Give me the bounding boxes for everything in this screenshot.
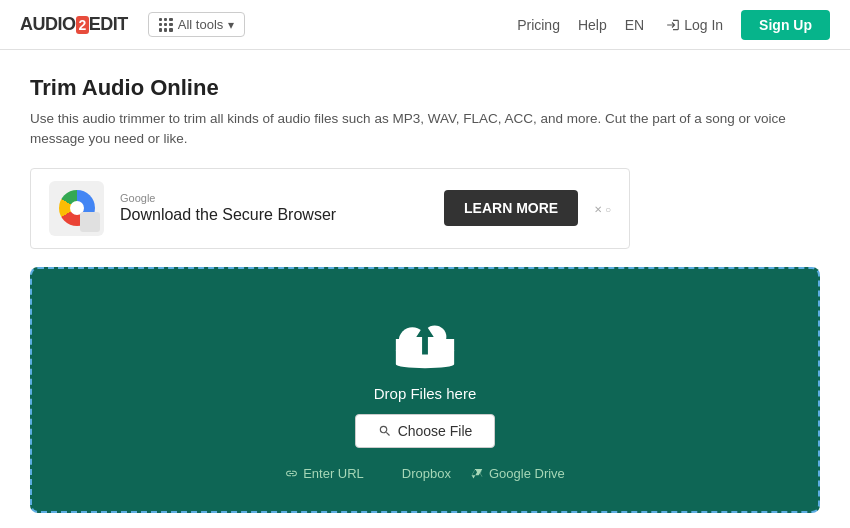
dropbox-icon (384, 467, 397, 480)
grid-icon (159, 18, 173, 32)
login-icon (666, 18, 680, 32)
pricing-link[interactable]: Pricing (517, 17, 560, 33)
ad-source: Google (120, 192, 428, 204)
language-selector[interactable]: EN (625, 17, 648, 33)
page-title: Trim Audio Online (30, 75, 820, 101)
google-drive-link[interactable]: Google Drive (471, 466, 565, 481)
cloud-upload-icon (391, 309, 459, 369)
all-tools-label: All tools (178, 17, 224, 32)
ad-text: Google Download the Secure Browser (120, 192, 428, 224)
main-content: Trim Audio Online Use this audio trimmer… (0, 50, 850, 528)
link-icon (285, 467, 298, 480)
navbar: AUDIO2EDIT All tools Pricing Help EN Log… (0, 0, 850, 50)
ad-footer: ✕ ○ (594, 204, 611, 215)
ad-headline: Download the Secure Browser (120, 206, 428, 224)
google-drive-icon (471, 467, 484, 480)
dropbox-link[interactable]: Dropbox (384, 466, 451, 481)
signup-button[interactable]: Sign Up (741, 10, 830, 40)
chevron-down-icon (228, 17, 234, 32)
nav-right: Pricing Help EN Log In Sign Up (517, 10, 830, 40)
ad-small-badge (80, 212, 100, 232)
drop-text: Drop Files here (374, 385, 477, 402)
upload-icon (391, 309, 459, 369)
ad-icon (49, 181, 104, 236)
ad-cta-button[interactable]: LEARN MORE (444, 190, 578, 226)
search-icon (378, 424, 392, 438)
dropzone[interactable]: Drop Files here Choose File Enter URL Dr… (30, 267, 820, 513)
brand-logo[interactable]: AUDIO2EDIT (20, 14, 128, 35)
all-tools-menu[interactable]: All tools (148, 12, 246, 37)
page-description: Use this audio trimmer to trim all kinds… (30, 109, 790, 150)
svg-point-4 (396, 360, 454, 368)
dropzone-links: Enter URL Dropbox Google Drive (285, 466, 565, 481)
choose-file-button[interactable]: Choose File (355, 414, 496, 448)
enter-url-link[interactable]: Enter URL (285, 466, 364, 481)
login-button[interactable]: Log In (666, 17, 723, 33)
ad-banner: Google Download the Secure Browser LEARN… (30, 168, 630, 249)
help-link[interactable]: Help (578, 17, 607, 33)
